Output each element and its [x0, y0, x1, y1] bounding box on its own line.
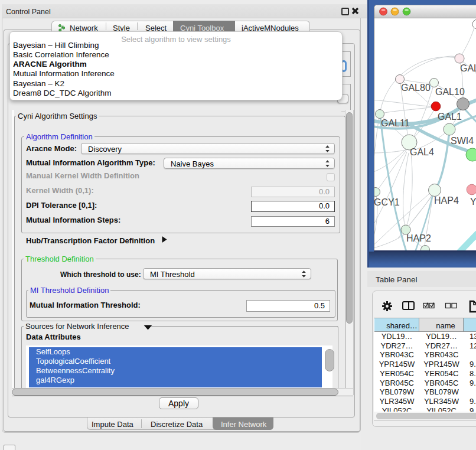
svg-text:GAL1: GAL1 — [438, 112, 462, 122]
svg-text:GAL11: GAL11 — [381, 118, 410, 128]
svg-text:HAP2: HAP2 — [406, 233, 431, 243]
svg-text:GAL80: GAL80 — [401, 83, 431, 93]
svg-text:GCY1: GCY1 — [374, 197, 400, 207]
svg-text:Y: Y — [470, 197, 476, 207]
svg-text:HAP4: HAP4 — [434, 195, 459, 206]
svg-text:SWI4: SWI4 — [451, 136, 474, 146]
svg-text:GAL4: GAL4 — [410, 147, 434, 157]
svg-text:GAL10: GAL10 — [435, 87, 465, 97]
svg-text:GAL7: GAL7 — [460, 63, 476, 73]
